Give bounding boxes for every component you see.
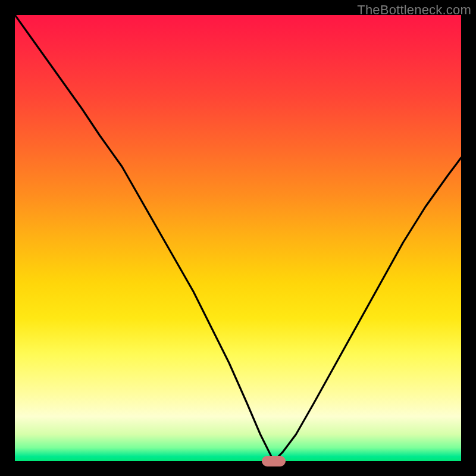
plot-area bbox=[15, 15, 461, 461]
watermark-text: TheBottleneck.com bbox=[357, 2, 471, 18]
optimal-marker bbox=[262, 456, 286, 466]
bottleneck-curve bbox=[15, 15, 461, 461]
chart-container: TheBottleneck.com bbox=[0, 0, 476, 476]
